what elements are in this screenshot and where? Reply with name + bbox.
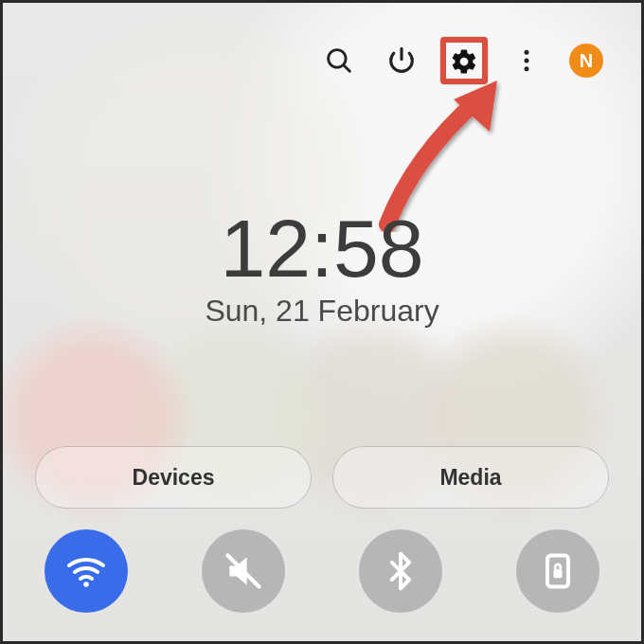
quick-settings-row: [3, 529, 641, 613]
devices-button-label: Devices: [133, 465, 215, 491]
date-text: Sun, 21 February: [3, 294, 641, 329]
media-button[interactable]: Media: [332, 446, 609, 509]
svg-rect-8: [553, 569, 562, 578]
annotated-screenshot-frame: N 12:58 Sun, 21 February Devices: [0, 0, 644, 644]
wifi-toggle[interactable]: [45, 529, 128, 613]
svg-point-4: [525, 66, 529, 71]
notification-panel: N 12:58 Sun, 21 February Devices: [3, 3, 641, 641]
bluetooth-icon: [380, 550, 421, 592]
panel-chip-row: Devices Media: [3, 446, 641, 509]
lock-rotation-icon: [537, 550, 579, 592]
rotation-lock-toggle[interactable]: [516, 529, 599, 613]
more-vertical-icon: [512, 46, 541, 75]
power-button[interactable]: [378, 37, 425, 84]
media-button-label: Media: [439, 465, 501, 491]
svg-point-3: [525, 59, 529, 63]
svg-line-1: [344, 65, 349, 71]
sound-toggle[interactable]: [202, 529, 285, 613]
time-text: 12:58: [3, 202, 641, 295]
wifi-icon: [63, 548, 109, 594]
search-button[interactable]: [315, 37, 363, 84]
bluetooth-toggle[interactable]: [359, 529, 442, 613]
settings-button[interactable]: [440, 37, 488, 84]
profile-avatar[interactable]: N: [565, 37, 607, 84]
gear-icon: [450, 45, 478, 78]
more-options-button[interactable]: [503, 37, 550, 84]
power-icon: [385, 45, 418, 77]
panel-top-actions: N: [315, 37, 607, 84]
mute-icon: [223, 550, 264, 592]
search-icon: [323, 45, 355, 77]
clock-block: 12:58 Sun, 21 February: [3, 202, 641, 329]
avatar-letter: N: [569, 44, 603, 78]
devices-button[interactable]: Devices: [35, 446, 312, 509]
svg-point-5: [83, 581, 89, 587]
svg-point-2: [525, 50, 529, 55]
